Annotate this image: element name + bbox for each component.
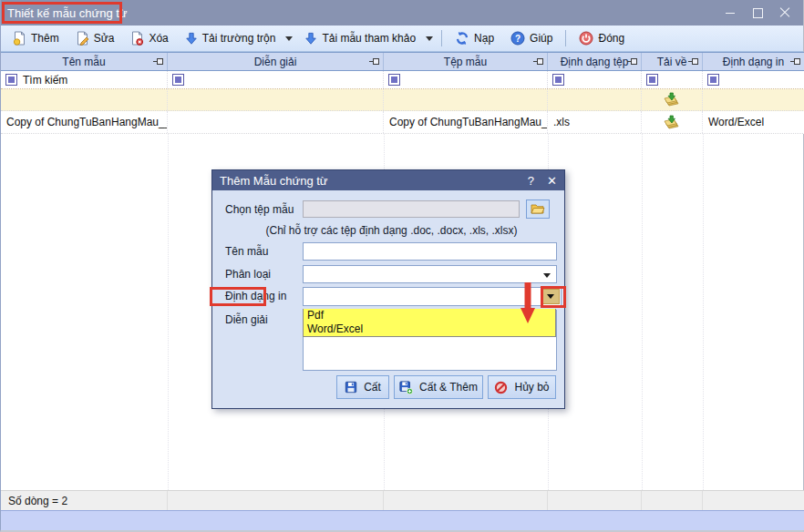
print-format-combobox[interactable] (303, 287, 562, 306)
dialog-close-button[interactable]: ✕ (547, 174, 557, 188)
column-header-ten-mau[interactable]: Tên mẫu (1, 53, 168, 70)
cell-tai-ve (642, 111, 703, 133)
filter-icon[interactable] (552, 74, 564, 86)
filter-cell-dinh-dang-tep[interactable] (548, 71, 642, 88)
print-format-dropdown-list: Pdf Word/Excel (303, 309, 556, 337)
load-sample-template-button[interactable]: Tải mẫu tham khảo (296, 27, 424, 49)
dialog-help-button[interactable]: ? (528, 174, 534, 188)
column-separator (642, 89, 643, 490)
window-title: Thiết kế mẫu chứng từ (1, 6, 128, 20)
close-window-button[interactable]: Đóng (571, 27, 633, 49)
column-header-dinh-dang-in[interactable]: Định dạng in (703, 53, 804, 70)
filter-cell-tai-ve[interactable] (642, 71, 703, 88)
chevron-down-icon (547, 294, 554, 299)
column-separator (703, 89, 704, 490)
toolbar-label: Nạp (474, 32, 494, 45)
filter-cell-tep-mau[interactable] (384, 71, 548, 88)
cell-dinh-dang-in (703, 89, 804, 110)
load-merge-fields-button[interactable]: Tải trường trộn (177, 27, 284, 49)
download-template-icon[interactable] (663, 115, 681, 130)
description-label: Diễn giải (225, 313, 268, 326)
filter-icon[interactable] (707, 74, 719, 86)
reload-button[interactable]: Nạp (447, 27, 502, 49)
cell-tai-ve (642, 89, 703, 110)
summary-cell (168, 491, 384, 510)
chevron-down-icon[interactable] (543, 273, 551, 278)
pin-icon[interactable] (537, 58, 543, 65)
filter-icon[interactable] (646, 74, 658, 86)
filter-icon[interactable] (172, 74, 184, 86)
save-and-add-button[interactable]: Cất & Thêm (394, 375, 483, 399)
delete-button[interactable]: Xóa (122, 27, 176, 49)
save-add-icon (399, 381, 413, 394)
cell-dien-giai (168, 111, 384, 133)
toolbar: Thêm Sửa Xóa Tải trường trộn Tải mẫu tha… (1, 26, 803, 52)
column-header-dien-giai[interactable]: Diễn giải (168, 53, 384, 70)
cell-dinh-dang-tep (548, 89, 642, 110)
name-input[interactable] (303, 242, 557, 261)
filter-cell-dinh-dang-in[interactable] (703, 71, 804, 88)
name-label: Tên mẫu (225, 245, 268, 258)
dropdown-caret-icon[interactable] (426, 36, 433, 41)
power-icon (579, 31, 593, 46)
supported-formats-note: (Chỉ hỗ trợ các tệp định dạng .doc, .doc… (234, 224, 549, 237)
cancel-button[interactable]: Hủy bỏ (488, 375, 556, 399)
download-template-icon[interactable] (663, 92, 681, 107)
column-title: Tệp mẫu (444, 56, 487, 68)
column-title: Tải về (657, 56, 687, 68)
folder-open-icon (531, 203, 545, 215)
cell-dien-giai (168, 89, 384, 110)
dropdown-caret-icon[interactable] (285, 36, 293, 41)
minimize-button[interactable] (725, 7, 736, 18)
dropdown-option-word-excel[interactable]: Word/Excel (304, 322, 555, 336)
grid-header: Tên mẫu Diễn giải Tệp mẫu Định dạng tệp … (1, 52, 804, 71)
pin-icon[interactable] (373, 58, 379, 65)
close-button[interactable] (779, 7, 790, 18)
toolbar-separator (565, 30, 566, 46)
maximize-button[interactable] (752, 7, 763, 18)
edit-document-icon (76, 31, 89, 46)
summary-cell (703, 491, 804, 510)
dialog-titlebar: Thêm Mẫu chứng từ ? ✕ (212, 170, 564, 190)
save-button[interactable]: Cất (336, 375, 389, 399)
filter-icon[interactable] (5, 74, 17, 86)
column-header-dinh-dang-tep[interactable]: Định dạng tệp (548, 53, 642, 70)
filter-cell-ten-mau[interactable]: Tìm kiếm (1, 71, 168, 88)
summary-cell (548, 491, 642, 510)
help-button[interactable]: ? Giúp (502, 27, 561, 49)
refresh-icon (455, 31, 469, 46)
download-arrow-icon (185, 32, 198, 46)
download-arrow-icon (304, 32, 317, 46)
pin-icon[interactable] (794, 58, 800, 65)
column-header-tep-mau[interactable]: Tệp mẫu (384, 53, 548, 70)
edit-button[interactable]: Sửa (67, 27, 123, 49)
help-icon: ? (510, 31, 525, 46)
cell-ten-mau: Copy of ChungTuBanHangMau__ (1, 111, 168, 133)
window-titlebar: Thiết kế mẫu chứng từ (1, 0, 803, 26)
browse-button[interactable] (526, 200, 550, 219)
cell-dinh-dang-tep: .xls (548, 111, 642, 133)
toolbar-label: Giúp (530, 32, 552, 45)
filter-cell-dien-giai[interactable] (168, 71, 384, 88)
filter-icon[interactable] (388, 74, 400, 86)
column-title: Tên mẫu (62, 56, 105, 68)
pin-icon[interactable] (157, 58, 163, 65)
dropdown-option-pdf[interactable]: Pdf (304, 309, 555, 322)
pin-icon[interactable] (692, 58, 698, 65)
category-combobox[interactable] (303, 265, 557, 283)
table-row[interactable]: Copy of ChungTuBanHangMau__ Copy of Chun… (1, 111, 804, 134)
add-button[interactable]: Thêm (5, 27, 67, 49)
column-header-tai-ve[interactable]: Tải về (642, 53, 703, 70)
toolbar-label: Đóng (598, 32, 624, 45)
add-template-dialog: Thêm Mẫu chứng từ ? ✕ Chọn tệp mẫu (Chỉ … (211, 169, 565, 409)
search-placeholder: Tìm kiếm (23, 74, 67, 87)
toolbar-label: Tải mẫu tham khảo (322, 32, 416, 45)
pin-icon[interactable] (631, 58, 637, 65)
cancel-icon (494, 381, 508, 394)
toolbar-label: Sửa (94, 32, 115, 45)
print-format-dropdown-button[interactable] (541, 289, 560, 304)
toolbar-label: Xóa (149, 32, 168, 45)
filter-row: Tìm kiếm (1, 71, 804, 89)
table-row-selected[interactable] (1, 89, 804, 111)
status-bar (1, 510, 804, 530)
